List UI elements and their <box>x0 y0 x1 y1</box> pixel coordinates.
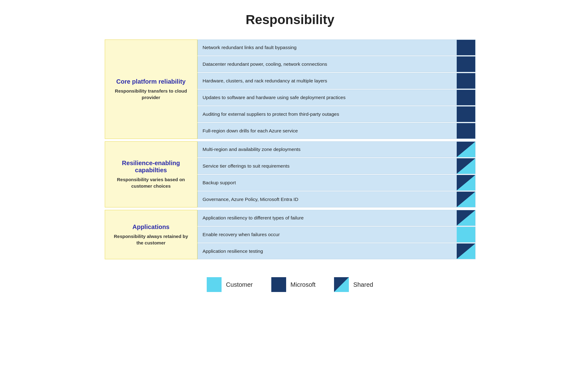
indicator-microsoft <box>457 123 475 139</box>
section-subtitle-core-platform: Responsibility transfers to cloud provid… <box>111 88 191 101</box>
label-box-core-platform: Core platform reliabilityResponsibility … <box>105 40 197 139</box>
item-text: Hardware, clusters, and rack redundancy … <box>198 75 457 87</box>
indicator-shared <box>457 175 475 190</box>
item-row: Enable recovery when failures occur <box>197 227 476 243</box>
item-row: Updates to software and hardware using s… <box>197 90 476 106</box>
legend-swatch-shared <box>334 277 349 292</box>
legend-swatch-customer <box>207 277 222 292</box>
item-row: Application resiliency to different type… <box>197 210 476 226</box>
section-title-core-platform: Core platform reliability <box>116 78 186 85</box>
item-row: Hardware, clusters, and rack redundancy … <box>197 73 476 89</box>
indicator-shared <box>457 142 475 157</box>
indicator-customer <box>457 227 475 242</box>
item-row: Network redundant links and fault bypass… <box>197 40 476 56</box>
section-title-applications: Applications <box>132 223 169 231</box>
item-text: Full-region down drills for each Azure s… <box>198 125 457 137</box>
item-text: Governance, Azure Policy, Microsoft Entr… <box>198 194 457 205</box>
legend-item-microsoft: Microsoft <box>271 277 315 292</box>
item-text: Multi-region and availability zone deplo… <box>198 144 457 155</box>
item-row: Datacenter redundant power, cooling, net… <box>197 56 476 72</box>
item-text: Backup support <box>198 177 457 189</box>
indicator-shared <box>457 192 475 207</box>
label-box-applications: ApplicationsResponsibility always retain… <box>105 210 197 259</box>
item-row: Backup support <box>197 175 476 191</box>
item-row: Auditing for external suppliers to prote… <box>197 106 476 122</box>
item-row: Service tier offerings to suit requireme… <box>197 158 476 174</box>
legend-label-customer: Customer <box>226 281 253 288</box>
indicator-microsoft <box>457 73 475 89</box>
item-row: Multi-region and availability zone deplo… <box>197 141 476 157</box>
item-text: Network redundant links and fault bypass… <box>198 42 457 53</box>
indicator-microsoft <box>457 106 475 122</box>
legend-swatch-microsoft <box>271 277 286 292</box>
page-title: Responsibility <box>246 12 334 27</box>
item-text: Application resiliency to different type… <box>198 212 457 224</box>
item-text: Auditing for external suppliers to prote… <box>198 108 457 120</box>
item-text: Application resilience testing <box>198 245 457 257</box>
items-col-applications: Application resiliency to different type… <box>197 210 476 259</box>
legend-item-customer: Customer <box>207 277 253 292</box>
indicator-microsoft <box>457 90 475 105</box>
section-row-resilience-enabling: Resilience-enabling capabiltiesResponsib… <box>105 141 476 207</box>
indicator-microsoft <box>457 56 475 72</box>
section-title-resilience-enabling: Resilience-enabling capabilties <box>111 160 191 174</box>
items-col-core-platform: Network redundant links and fault bypass… <box>197 40 476 139</box>
legend-label-shared: Shared <box>353 281 373 288</box>
section-subtitle-resilience-enabling: Responsibility varies based on customer … <box>111 176 191 189</box>
indicator-shared <box>457 158 475 174</box>
item-text: Datacenter redundant power, cooling, net… <box>198 58 457 70</box>
main-content: Core platform reliabilityResponsibility … <box>105 40 476 262</box>
indicator-microsoft <box>457 40 475 55</box>
indicator-shared <box>457 210 475 226</box>
item-text: Updates to software and hardware using s… <box>198 92 457 103</box>
item-text: Service tier offerings to suit requireme… <box>198 160 457 172</box>
section-subtitle-applications: Responsibility always retained by the cu… <box>111 233 191 246</box>
item-row: Governance, Azure Policy, Microsoft Entr… <box>197 191 476 207</box>
item-text: Enable recovery when failures occur <box>198 229 457 240</box>
section-row-core-platform: Core platform reliabilityResponsibility … <box>105 40 476 139</box>
section-row-applications: ApplicationsResponsibility always retain… <box>105 210 476 259</box>
legend: CustomerMicrosoftShared <box>207 277 373 292</box>
label-box-resilience-enabling: Resilience-enabling capabiltiesResponsib… <box>105 141 197 207</box>
legend-label-microsoft: Microsoft <box>290 281 315 288</box>
item-row: Application resilience testing <box>197 243 476 259</box>
legend-item-shared: Shared <box>334 277 373 292</box>
indicator-shared <box>457 244 475 259</box>
item-row: Full-region down drills for each Azure s… <box>197 123 476 139</box>
items-col-resilience-enabling: Multi-region and availability zone deplo… <box>197 141 476 207</box>
